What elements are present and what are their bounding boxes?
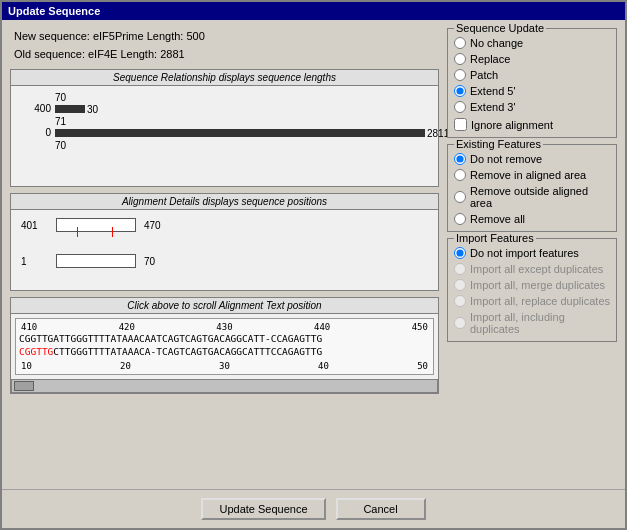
existing-features-title: Existing Features — [454, 138, 543, 150]
ignore-alignment-checkbox[interactable] — [454, 118, 467, 131]
radio-import-replace-input[interactable] — [454, 295, 466, 307]
seq-line-2: CGGTTGCTTGGGTTTTATAAACA-TCAGTCAGTGACAGGC… — [19, 345, 430, 358]
radio-extend5: Extend 5' — [454, 85, 610, 97]
radio-do-not-remove-label: Do not remove — [470, 153, 542, 165]
radio-import-all: Import all, including duplicates — [454, 311, 610, 335]
dialog-title: Update Sequence — [8, 5, 100, 17]
align-start-401: 401 — [21, 220, 56, 231]
old-seq-info: Old sequence: eIF4E Length: 2881 — [14, 46, 439, 64]
radio-extend5-label: Extend 5' — [470, 85, 516, 97]
radio-remove-outside-aligned-input[interactable] — [454, 191, 466, 203]
top-positions: 410 420 430 440 450 — [19, 322, 430, 332]
seq-relationship-content: 70 400 30 71 — [11, 86, 438, 186]
info-text: New sequence: eIF5Prime Length: 500 Old … — [10, 28, 439, 63]
import-features-title: Import Features — [454, 232, 536, 244]
radio-replace-label: Replace — [470, 53, 510, 65]
horizontal-scrollbar[interactable] — [11, 379, 438, 393]
radio-import-except-dup-label: Import all except duplicates — [470, 263, 603, 275]
align-end-70: 70 — [144, 256, 155, 267]
radio-no-change-label: No change — [470, 37, 523, 49]
sr-label-70b: 70 — [55, 140, 66, 151]
radio-no-change: No change — [454, 37, 610, 49]
radio-do-not-import-label: Do not import features — [470, 247, 579, 259]
radio-extend5-input[interactable] — [454, 85, 466, 97]
right-panel: Sequence Update No change Replace Patch … — [447, 28, 617, 481]
radio-import-merge: Import all, merge duplicates — [454, 279, 610, 291]
sr-end-2811: 2811 — [427, 128, 449, 139]
sr-label-71: 71 — [55, 116, 66, 127]
align-box-1 — [56, 218, 136, 232]
sequence-update-group: Sequence Update No change Replace Patch … — [447, 28, 617, 138]
radio-remove-all-label: Remove all — [470, 213, 525, 225]
align-row-2: 1 70 — [21, 254, 428, 268]
ignore-alignment: Ignore alignment — [454, 118, 610, 131]
align-row-1: 401 470 — [21, 218, 428, 232]
radio-patch-input[interactable] — [454, 69, 466, 81]
left-panel: New sequence: eIF5Prime Length: 500 Old … — [10, 28, 439, 481]
sequence-update-title: Sequence Update — [454, 22, 546, 34]
radio-no-change-input[interactable] — [454, 37, 466, 49]
radio-import-all-label: Import all, including duplicates — [470, 311, 610, 335]
radio-do-not-import-input[interactable] — [454, 247, 466, 259]
align-box-2 — [56, 254, 136, 268]
sr-bar-0 — [55, 129, 425, 137]
align-marker-1b — [112, 227, 113, 237]
radio-import-except-dup-input[interactable] — [454, 263, 466, 275]
sr-label-0: 0 — [21, 127, 51, 138]
alignment-details-content: 401 470 1 — [11, 210, 438, 290]
radio-remove-in-aligned-label: Remove in aligned area — [470, 169, 586, 181]
radio-import-merge-input[interactable] — [454, 279, 466, 291]
radio-import-merge-label: Import all, merge duplicates — [470, 279, 605, 291]
sr-end-30: 30 — [87, 104, 98, 115]
cancel-button[interactable]: Cancel — [336, 498, 426, 520]
seq-line-1: CGGTTGATTGGGTTTTATAAACAATCAGTCAGTGACAGGC… — [19, 332, 430, 345]
radio-extend3-label: Extend 3' — [470, 101, 516, 113]
import-features-group: Import Features Do not import features I… — [447, 238, 617, 342]
seq-relationship-panel: Sequence Relationship displays sequence … — [10, 69, 439, 187]
radio-remove-all: Remove all — [454, 213, 610, 225]
radio-extend3-input[interactable] — [454, 101, 466, 113]
dialog-content: New sequence: eIF5Prime Length: 500 Old … — [2, 20, 625, 489]
radio-import-except-dup: Import all except duplicates — [454, 263, 610, 275]
title-bar: Update Sequence — [2, 2, 625, 20]
alignment-details-label: Alignment Details displays sequence posi… — [11, 194, 438, 210]
radio-import-replace: Import all, replace duplicates — [454, 295, 610, 307]
radio-import-replace-label: Import all, replace duplicates — [470, 295, 610, 307]
alignment-text-content[interactable]: 410 420 430 440 450 CGGTTGATTGGGTTTTATAA… — [15, 318, 434, 375]
radio-do-not-remove: Do not remove — [454, 153, 610, 165]
alignment-text-label: Click above to scroll Alignment Text pos… — [11, 298, 438, 314]
sr-label-400: 400 — [21, 103, 51, 114]
radio-do-not-import: Do not import features — [454, 247, 610, 259]
radio-remove-outside-aligned-label: Remove outside aligned area — [470, 185, 610, 209]
radio-replace-input[interactable] — [454, 53, 466, 65]
radio-extend3: Extend 3' — [454, 101, 610, 113]
existing-features-group: Existing Features Do not remove Remove i… — [447, 144, 617, 232]
radio-remove-outside-aligned: Remove outside aligned area — [454, 185, 610, 209]
new-seq-info: New sequence: eIF5Prime Length: 500 — [14, 28, 439, 46]
radio-do-not-remove-input[interactable] — [454, 153, 466, 165]
alignment-text-panel: Click above to scroll Alignment Text pos… — [10, 297, 439, 394]
scrollbar-thumb[interactable] — [14, 381, 34, 391]
radio-patch: Patch — [454, 69, 610, 81]
align-end-470: 470 — [144, 220, 161, 231]
bottom-bar: Update Sequence Cancel — [2, 489, 625, 528]
radio-remove-in-aligned-input[interactable] — [454, 169, 466, 181]
alignment-details-panel: Alignment Details displays sequence posi… — [10, 193, 439, 291]
radio-remove-all-input[interactable] — [454, 213, 466, 225]
radio-import-all-input[interactable] — [454, 317, 466, 329]
align-marker-1a — [77, 227, 78, 237]
sr-label-70a: 70 — [55, 92, 66, 103]
radio-replace: Replace — [454, 53, 610, 65]
seq-relationship-label: Sequence Relationship displays sequence … — [11, 70, 438, 86]
update-sequence-dialog: Update Sequence New sequence: eIF5Prime … — [0, 0, 627, 530]
update-sequence-button[interactable]: Update Sequence — [201, 498, 325, 520]
radio-patch-label: Patch — [470, 69, 498, 81]
radio-remove-in-aligned: Remove in aligned area — [454, 169, 610, 181]
sr-bar-400 — [55, 105, 85, 113]
ignore-alignment-label: Ignore alignment — [471, 119, 553, 131]
align-start-1: 1 — [21, 256, 56, 267]
seq-highlight: CGGTTG — [19, 346, 53, 357]
bottom-positions: 10 20 30 40 50 — [19, 361, 430, 371]
